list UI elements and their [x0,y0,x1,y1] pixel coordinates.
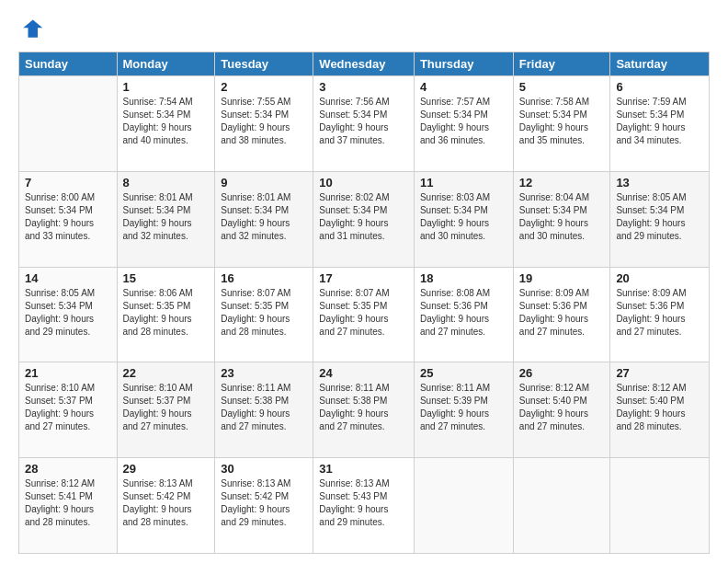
day-info: Sunrise: 7:55 AM Sunset: 5:34 PM Dayligh… [221,96,307,147]
day-info: Sunrise: 8:05 AM Sunset: 5:34 PM Dayligh… [25,287,111,339]
day-number: 18 [420,271,507,285]
day-number: 31 [319,462,408,476]
day-info: Sunrise: 8:01 AM Sunset: 5:34 PM Dayligh… [123,191,210,243]
day-info: Sunrise: 8:12 AM Sunset: 5:40 PM Dayligh… [616,382,703,433]
day-number: 4 [420,80,507,94]
day-cell: 17Sunrise: 8:07 AM Sunset: 5:35 PM Dayli… [313,267,415,362]
day-cell: 10Sunrise: 8:02 AM Sunset: 5:34 PM Dayli… [313,171,415,267]
day-info: Sunrise: 8:04 AM Sunset: 5:34 PM Dayligh… [519,191,605,243]
day-cell: 5Sunrise: 7:58 AM Sunset: 5:34 PM Daylig… [513,76,610,172]
day-info: Sunrise: 8:07 AM Sunset: 5:35 PM Dayligh… [221,287,307,339]
day-info: Sunrise: 7:59 AM Sunset: 5:34 PM Dayligh… [616,96,703,147]
day-info: Sunrise: 7:57 AM Sunset: 5:34 PM Dayligh… [420,96,507,147]
logo [18,17,48,42]
day-cell: 8Sunrise: 8:01 AM Sunset: 5:34 PM Daylig… [117,171,215,267]
day-cell: 14Sunrise: 8:05 AM Sunset: 5:34 PM Dayli… [19,267,118,362]
day-number: 8 [123,176,210,190]
day-info: Sunrise: 8:13 AM Sunset: 5:43 PM Dayligh… [319,477,408,529]
day-cell: 26Sunrise: 8:12 AM Sunset: 5:40 PM Dayli… [513,362,610,458]
day-info: Sunrise: 7:58 AM Sunset: 5:34 PM Dayligh… [519,96,605,147]
week-row-2: 7Sunrise: 8:00 AM Sunset: 5:34 PM Daylig… [19,171,710,267]
calendar-table: SundayMondayTuesdayWednesdayThursdayFrid… [18,52,710,554]
svg-marker-0 [23,20,42,38]
page: SundayMondayTuesdayWednesdayThursdayFrid… [0,0,728,563]
day-number: 24 [319,366,408,380]
day-number: 2 [221,80,307,94]
day-number: 29 [123,462,210,476]
day-cell: 31Sunrise: 8:13 AM Sunset: 5:43 PM Dayli… [313,458,415,554]
day-number: 1 [123,80,210,94]
day-info: Sunrise: 8:12 AM Sunset: 5:41 PM Dayligh… [25,477,111,529]
header [18,17,710,42]
day-info: Sunrise: 8:02 AM Sunset: 5:34 PM Dayligh… [319,191,408,243]
day-cell [414,458,513,554]
day-number: 5 [519,80,605,94]
day-number: 14 [25,271,111,285]
day-cell: 28Sunrise: 8:12 AM Sunset: 5:41 PM Dayli… [19,458,118,554]
day-cell: 23Sunrise: 8:11 AM Sunset: 5:38 PM Dayli… [215,362,313,458]
day-cell: 7Sunrise: 8:00 AM Sunset: 5:34 PM Daylig… [19,171,118,267]
day-info: Sunrise: 8:03 AM Sunset: 5:34 PM Dayligh… [420,191,507,243]
day-info: Sunrise: 7:56 AM Sunset: 5:34 PM Dayligh… [319,96,408,147]
day-info: Sunrise: 8:07 AM Sunset: 5:35 PM Dayligh… [319,287,408,339]
col-header-thursday: Thursday [414,52,513,76]
day-number: 28 [25,462,111,476]
day-number: 23 [221,366,307,380]
day-info: Sunrise: 8:12 AM Sunset: 5:40 PM Dayligh… [519,382,605,433]
day-info: Sunrise: 8:08 AM Sunset: 5:36 PM Dayligh… [420,287,507,339]
day-cell: 15Sunrise: 8:06 AM Sunset: 5:35 PM Dayli… [117,267,215,362]
day-cell: 2Sunrise: 7:55 AM Sunset: 5:34 PM Daylig… [215,76,313,172]
day-info: Sunrise: 8:06 AM Sunset: 5:35 PM Dayligh… [123,287,210,339]
day-number: 20 [616,271,703,285]
day-info: Sunrise: 8:13 AM Sunset: 5:42 PM Dayligh… [123,477,210,529]
day-number: 21 [25,366,111,380]
day-info: Sunrise: 8:13 AM Sunset: 5:42 PM Dayligh… [221,477,307,529]
day-number: 25 [420,366,507,380]
week-row-3: 14Sunrise: 8:05 AM Sunset: 5:34 PM Dayli… [19,267,710,362]
day-cell: 24Sunrise: 8:11 AM Sunset: 5:38 PM Dayli… [313,362,415,458]
day-number: 15 [123,271,210,285]
day-cell: 25Sunrise: 8:11 AM Sunset: 5:39 PM Dayli… [414,362,513,458]
day-cell [610,458,710,554]
day-info: Sunrise: 8:05 AM Sunset: 5:34 PM Dayligh… [616,191,703,243]
week-row-5: 28Sunrise: 8:12 AM Sunset: 5:41 PM Dayli… [19,458,710,554]
day-cell: 22Sunrise: 8:10 AM Sunset: 5:37 PM Dayli… [117,362,215,458]
day-cell: 29Sunrise: 8:13 AM Sunset: 5:42 PM Dayli… [117,458,215,554]
day-number: 26 [519,366,605,380]
day-cell: 3Sunrise: 7:56 AM Sunset: 5:34 PM Daylig… [313,76,415,172]
col-header-tuesday: Tuesday [215,52,313,76]
day-number: 16 [221,271,307,285]
day-number: 22 [123,366,210,380]
calendar-header-row: SundayMondayTuesdayWednesdayThursdayFrid… [19,52,710,76]
week-row-4: 21Sunrise: 8:10 AM Sunset: 5:37 PM Dayli… [19,362,710,458]
day-info: Sunrise: 7:54 AM Sunset: 5:34 PM Dayligh… [123,96,210,147]
day-number: 30 [221,462,307,476]
day-cell: 30Sunrise: 8:13 AM Sunset: 5:42 PM Dayli… [215,458,313,554]
day-number: 3 [319,80,408,94]
day-cell: 11Sunrise: 8:03 AM Sunset: 5:34 PM Dayli… [414,171,513,267]
day-info: Sunrise: 8:01 AM Sunset: 5:34 PM Dayligh… [221,191,307,243]
day-cell: 18Sunrise: 8:08 AM Sunset: 5:36 PM Dayli… [414,267,513,362]
day-info: Sunrise: 8:10 AM Sunset: 5:37 PM Dayligh… [123,382,210,433]
day-cell [19,76,118,172]
day-cell [513,458,610,554]
day-info: Sunrise: 8:11 AM Sunset: 5:38 PM Dayligh… [221,382,307,433]
day-cell: 20Sunrise: 8:09 AM Sunset: 5:36 PM Dayli… [610,267,710,362]
day-number: 7 [25,176,111,190]
col-header-friday: Friday [513,52,610,76]
day-number: 19 [519,271,605,285]
day-cell: 16Sunrise: 8:07 AM Sunset: 5:35 PM Dayli… [215,267,313,362]
logo-icon [18,17,44,42]
day-number: 27 [616,366,703,380]
day-number: 10 [319,176,408,190]
day-cell: 6Sunrise: 7:59 AM Sunset: 5:34 PM Daylig… [610,76,710,172]
day-cell: 19Sunrise: 8:09 AM Sunset: 5:36 PM Dayli… [513,267,610,362]
day-number: 12 [519,176,605,190]
day-number: 6 [616,80,703,94]
col-header-wednesday: Wednesday [313,52,415,76]
day-cell: 13Sunrise: 8:05 AM Sunset: 5:34 PM Dayli… [610,171,710,267]
col-header-sunday: Sunday [19,52,118,76]
week-row-1: 1Sunrise: 7:54 AM Sunset: 5:34 PM Daylig… [19,76,710,172]
day-info: Sunrise: 8:09 AM Sunset: 5:36 PM Dayligh… [519,287,605,339]
day-number: 13 [616,176,703,190]
